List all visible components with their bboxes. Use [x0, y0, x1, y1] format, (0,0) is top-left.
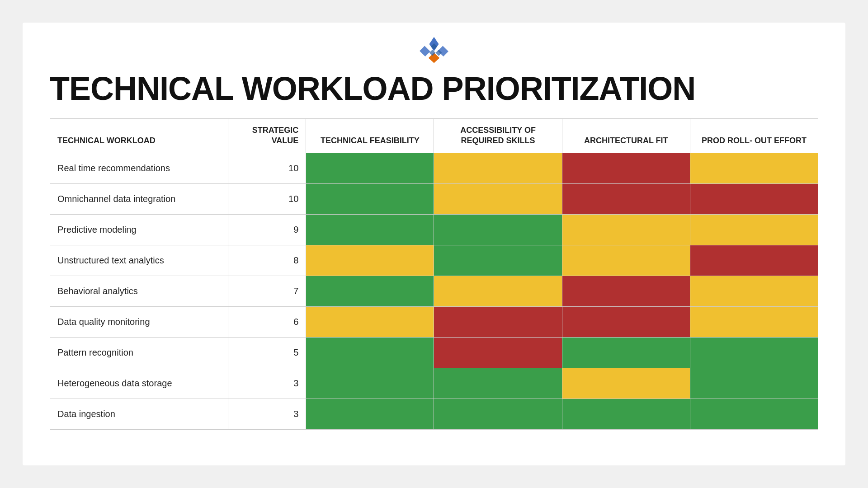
cell-architectural — [562, 183, 690, 214]
table-header-row: TECHNICAL WORKLOAD STRATEGIC VALUE TECHN… — [50, 119, 818, 153]
cell-workload: Behavioral analytics — [50, 276, 228, 306]
cell-workload: Predictive modeling — [50, 214, 228, 245]
table-row: Heterogeneous data storage3 — [50, 368, 818, 399]
cell-architectural — [562, 214, 690, 245]
table-wrapper: TECHNICAL WORKLOAD STRATEGIC VALUE TECHN… — [50, 118, 818, 447]
cell-feasibility — [306, 399, 434, 429]
cell-architectural — [562, 399, 690, 429]
cell-rollout — [690, 306, 818, 337]
cell-workload: Unstructured text analytics — [50, 245, 228, 276]
cell-accessibility — [434, 245, 562, 276]
cell-architectural — [562, 245, 690, 276]
header-rollout: PROD ROLL- OUT EFFORT — [690, 119, 818, 153]
cell-strategic: 10 — [228, 183, 306, 214]
cell-rollout — [690, 337, 818, 368]
cell-rollout — [690, 153, 818, 183]
cell-accessibility — [434, 306, 562, 337]
table-row: Pattern recognition5 — [50, 337, 818, 368]
table-body: Real time recommendations10Omnichannel d… — [50, 153, 818, 429]
cell-feasibility — [306, 306, 434, 337]
cell-accessibility — [434, 153, 562, 183]
header-architectural: ARCHITECTURAL FIT — [562, 119, 690, 153]
header-accessibility: ACCESSIBILITY OF REQUIRED SKILLS — [434, 119, 562, 153]
cell-feasibility — [306, 276, 434, 306]
cell-strategic: 8 — [228, 245, 306, 276]
cell-workload: Real time recommendations — [50, 153, 228, 183]
cell-strategic: 7 — [228, 276, 306, 306]
table-row: Data quality monitoring6 — [50, 306, 818, 337]
cell-workload: Data ingestion — [50, 399, 228, 429]
cell-strategic: 3 — [228, 368, 306, 399]
cell-feasibility — [306, 337, 434, 368]
cell-accessibility — [434, 214, 562, 245]
cell-architectural — [562, 368, 690, 399]
cell-rollout — [690, 183, 818, 214]
cell-architectural — [562, 276, 690, 306]
cell-architectural — [562, 306, 690, 337]
cell-feasibility — [306, 153, 434, 183]
cell-rollout — [690, 276, 818, 306]
cell-workload: Omnichannel data integration — [50, 183, 228, 214]
header-strategic: STRATEGIC VALUE — [228, 119, 306, 153]
cell-workload: Pattern recognition — [50, 337, 228, 368]
cell-feasibility — [306, 245, 434, 276]
logo-container — [50, 36, 818, 68]
svg-marker-1 — [420, 46, 430, 56]
cell-accessibility — [434, 399, 562, 429]
header-feasibility: TECHNICAL FEASIBILITY — [306, 119, 434, 153]
table-row: Unstructured text analytics8 — [50, 245, 818, 276]
cell-workload: Heterogeneous data storage — [50, 368, 228, 399]
table-row: Real time recommendations10 — [50, 153, 818, 183]
table-row: Predictive modeling9 — [50, 214, 818, 245]
cell-rollout — [690, 214, 818, 245]
slide: TECHNICAL WORKLOAD PRIORITIZATION TECHNI… — [23, 23, 845, 465]
cell-strategic: 3 — [228, 399, 306, 429]
table-row: Data ingestion3 — [50, 399, 818, 429]
cell-architectural — [562, 337, 690, 368]
cell-architectural — [562, 153, 690, 183]
cell-workload: Data quality monitoring — [50, 306, 228, 337]
cell-feasibility — [306, 214, 434, 245]
cell-strategic: 9 — [228, 214, 306, 245]
cell-strategic: 6 — [228, 306, 306, 337]
page-title: TECHNICAL WORKLOAD PRIORITIZATION — [50, 72, 695, 105]
company-logo — [418, 36, 450, 68]
cell-rollout — [690, 368, 818, 399]
cell-strategic: 5 — [228, 337, 306, 368]
cell-feasibility — [306, 183, 434, 214]
header-workload: TECHNICAL WORKLOAD — [50, 119, 228, 153]
cell-accessibility — [434, 368, 562, 399]
prioritization-table: TECHNICAL WORKLOAD STRATEGIC VALUE TECHN… — [50, 118, 818, 430]
cell-accessibility — [434, 337, 562, 368]
table-row: Omnichannel data integration10 — [50, 183, 818, 214]
cell-strategic: 10 — [228, 153, 306, 183]
cell-accessibility — [434, 276, 562, 306]
table-row: Behavioral analytics7 — [50, 276, 818, 306]
cell-rollout — [690, 245, 818, 276]
cell-rollout — [690, 399, 818, 429]
cell-feasibility — [306, 368, 434, 399]
cell-accessibility — [434, 183, 562, 214]
